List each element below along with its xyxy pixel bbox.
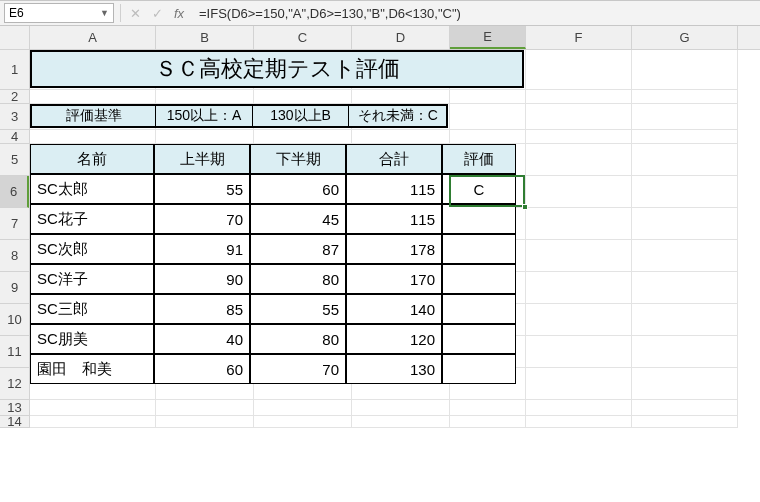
- table-cell[interactable]: 130: [346, 354, 442, 384]
- col-header-A[interactable]: A: [30, 26, 156, 49]
- table-cell[interactable]: [442, 324, 516, 354]
- col-header-F[interactable]: F: [526, 26, 632, 49]
- table-cell[interactable]: SC次郎: [30, 234, 154, 264]
- table-cell[interactable]: SC朋美: [30, 324, 154, 354]
- fx-icon[interactable]: fx: [171, 6, 187, 21]
- row-header-3[interactable]: 3: [0, 104, 29, 130]
- criteria-row: 評価基準150以上：A130以上Bそれ未満：C: [30, 104, 448, 128]
- col-header-D[interactable]: D: [352, 26, 450, 49]
- table-cell[interactable]: 170: [346, 264, 442, 294]
- table-cell[interactable]: SC花子: [30, 204, 154, 234]
- table-cell[interactable]: 園田 和美: [30, 354, 154, 384]
- col-header-B[interactable]: B: [156, 26, 254, 49]
- table-cell[interactable]: [442, 264, 516, 294]
- row-header-4[interactable]: 4: [0, 130, 29, 144]
- table-cell[interactable]: 80: [250, 264, 346, 294]
- table-header[interactable]: 下半期: [250, 144, 346, 174]
- separator: [120, 4, 121, 22]
- row-header-7[interactable]: 7: [0, 208, 29, 240]
- col-header-G[interactable]: G: [632, 26, 738, 49]
- table-cell[interactable]: SC三郎: [30, 294, 154, 324]
- table-cell[interactable]: 115: [346, 174, 442, 204]
- table-cell[interactable]: 178: [346, 234, 442, 264]
- name-box-value: E6: [9, 6, 24, 20]
- col-header-C[interactable]: C: [254, 26, 352, 49]
- table-cell[interactable]: 91: [154, 234, 250, 264]
- left-gutter: 1234567891011121314: [0, 26, 30, 502]
- table-cell[interactable]: 60: [154, 354, 250, 384]
- cancel-icon[interactable]: ✕: [127, 6, 143, 21]
- table-cell[interactable]: SC太郎: [30, 174, 154, 204]
- row-header-2[interactable]: 2: [0, 90, 29, 104]
- table-cell[interactable]: 115: [346, 204, 442, 234]
- table-cell[interactable]: 87: [250, 234, 346, 264]
- table-cell[interactable]: 55: [154, 174, 250, 204]
- table-cell[interactable]: 140: [346, 294, 442, 324]
- table-cell[interactable]: [442, 354, 516, 384]
- table-cell[interactable]: 40: [154, 324, 250, 354]
- table-cell[interactable]: [442, 234, 516, 264]
- select-all-corner[interactable]: [0, 26, 30, 50]
- data-table: 名前上半期下半期合計評価SC太郎5560115CSC花子7045115SC次郎9…: [30, 144, 516, 384]
- table-cell[interactable]: C: [442, 174, 516, 204]
- formula-input[interactable]: [193, 3, 760, 23]
- table-cell[interactable]: 85: [154, 294, 250, 324]
- sheet-title[interactable]: ＳＣ高校定期テスト評価: [30, 50, 524, 88]
- row-header-9[interactable]: 9: [0, 272, 29, 304]
- column-headers: ABCDEFG: [30, 26, 760, 50]
- table-header[interactable]: 評価: [442, 144, 516, 174]
- row-header-11[interactable]: 11: [0, 336, 29, 368]
- grid-body: ABCDEFG ＳＣ高校定期テスト評価評価基準150以上：A130以上Bそれ未満…: [30, 26, 760, 502]
- row-header-1[interactable]: 1: [0, 50, 29, 90]
- check-icon[interactable]: ✓: [149, 6, 165, 21]
- cells-layer[interactable]: ＳＣ高校定期テスト評価評価基準150以上：A130以上Bそれ未満：C名前上半期下…: [30, 50, 738, 428]
- row-header-6[interactable]: 6: [0, 176, 29, 208]
- table-cell[interactable]: 60: [250, 174, 346, 204]
- table-header[interactable]: 上半期: [154, 144, 250, 174]
- row-header-14[interactable]: 14: [0, 416, 29, 428]
- row-header-12[interactable]: 12: [0, 368, 29, 400]
- table-cell[interactable]: 55: [250, 294, 346, 324]
- criteria-cell[interactable]: それ未満：C: [349, 106, 446, 126]
- criteria-cell[interactable]: 150以上：A: [156, 106, 253, 126]
- table-header[interactable]: 合計: [346, 144, 442, 174]
- table-cell[interactable]: [442, 204, 516, 234]
- table-cell[interactable]: 80: [250, 324, 346, 354]
- table-cell[interactable]: [442, 294, 516, 324]
- table-header[interactable]: 名前: [30, 144, 154, 174]
- table-cell[interactable]: 70: [250, 354, 346, 384]
- row-header-10[interactable]: 10: [0, 304, 29, 336]
- table-cell[interactable]: 70: [154, 204, 250, 234]
- spreadsheet-grid: 1234567891011121314 ABCDEFG ＳＣ高校定期テスト評価評…: [0, 26, 760, 502]
- table-cell[interactable]: 90: [154, 264, 250, 294]
- row-header-8[interactable]: 8: [0, 240, 29, 272]
- row-header-5[interactable]: 5: [0, 144, 29, 176]
- table-cell[interactable]: 45: [250, 204, 346, 234]
- name-box[interactable]: E6 ▼: [4, 3, 114, 23]
- criteria-cell[interactable]: 130以上B: [253, 106, 350, 126]
- chevron-down-icon[interactable]: ▼: [100, 8, 109, 18]
- table-cell[interactable]: SC洋子: [30, 264, 154, 294]
- formula-bar: E6 ▼ ✕ ✓ fx: [0, 0, 760, 26]
- table-cell[interactable]: 120: [346, 324, 442, 354]
- row-headers: 1234567891011121314: [0, 50, 30, 428]
- col-header-E[interactable]: E: [450, 26, 526, 49]
- criteria-cell[interactable]: 評価基準: [32, 106, 156, 126]
